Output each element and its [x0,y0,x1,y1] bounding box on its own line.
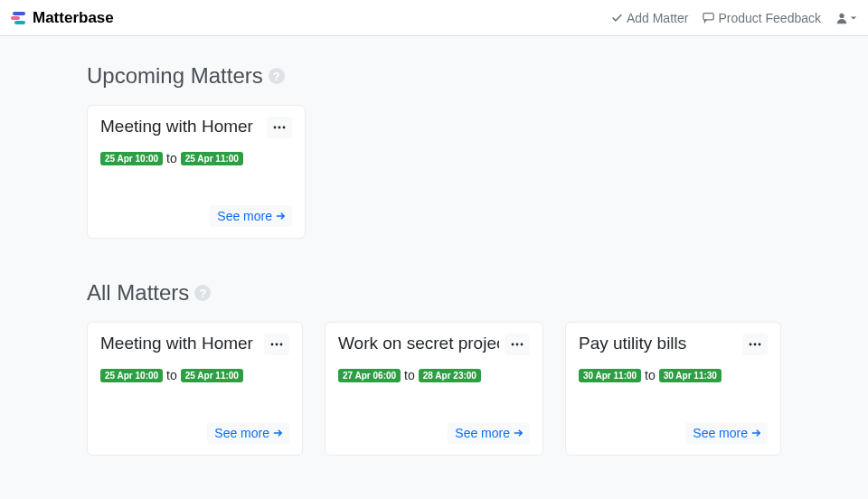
add-matter-label: Add Matter [627,11,688,25]
matter-title: Meeting with Homer [100,117,261,137]
brand[interactable]: Matterbase [11,9,114,27]
all-section-title: All Matters ? [87,280,781,306]
svg-point-6 [276,344,278,346]
product-feedback-link[interactable]: Product Feedback [703,11,821,25]
svg-rect-0 [703,14,713,20]
see-more-label: See more [455,426,510,440]
start-badge: 25 Apr 10:00 [100,369,163,382]
svg-point-5 [271,344,274,346]
start-badge: 25 Apr 10:00 [100,152,163,165]
add-matter-link[interactable]: Add Matter [611,11,688,25]
all-cards: Meeting with Homer 25 Apr 10:00 to 25 Ap… [87,322,781,456]
main-container: Upcoming Matters ? Meeting with Homer 25… [0,36,868,456]
matter-card: Meeting with Homer 25 Apr 10:00 to 25 Ap… [87,322,303,456]
chevron-down-icon [850,14,857,22]
product-feedback-label: Product Feedback [718,11,821,25]
start-badge: 27 Apr 06:00 [338,369,401,382]
matter-title: Meeting with Homer [100,334,259,353]
see-more-button[interactable]: See more [685,422,768,444]
svg-point-11 [750,344,752,346]
help-icon[interactable]: ? [269,68,285,84]
matter-dates: 30 Apr 11:00 to 30 Apr 11:30 [579,368,768,382]
see-more-label: See more [214,426,269,440]
ellipsis-icon [511,343,524,346]
svg-point-3 [278,127,281,129]
navbar: Matterbase Add Matter Product Feedback [0,0,868,36]
matter-title: Pay utility bills [579,334,737,353]
arrow-right-icon [514,428,523,438]
to-label: to [166,151,177,165]
matter-dates: 25 Apr 10:00 to 25 Apr 11:00 [100,151,292,165]
chat-icon [703,12,714,24]
svg-point-2 [274,127,277,129]
see-more-button[interactable]: See more [448,422,530,444]
svg-point-10 [521,344,524,346]
svg-point-12 [754,344,757,346]
matter-dates: 25 Apr 10:00 to 25 Apr 11:00 [100,368,289,382]
check-icon [611,12,623,24]
end-badge: 25 Apr 11:00 [181,152,243,165]
card-menu-button[interactable] [267,117,292,138]
arrow-right-icon [276,212,285,221]
svg-point-1 [839,13,844,17]
svg-point-9 [516,344,519,346]
matter-card: Work on secret project 27 Apr 06:00 to 2… [325,322,543,456]
svg-point-7 [280,344,283,346]
user-menu[interactable] [835,12,857,24]
matter-dates: 27 Apr 06:00 to 28 Apr 23:00 [338,368,530,382]
user-icon [835,12,848,24]
see-more-label: See more [693,426,748,440]
card-menu-button[interactable] [505,334,530,355]
card-menu-button[interactable] [264,334,289,355]
see-more-label: See more [217,209,272,223]
ellipsis-icon [270,343,283,346]
end-badge: 30 Apr 11:30 [659,369,722,382]
upcoming-section-title: Upcoming Matters ? [87,63,781,89]
card-menu-button[interactable] [742,334,768,355]
see-more-button[interactable]: See more [210,205,292,227]
arrow-right-icon [751,428,760,438]
to-label: to [645,368,656,382]
end-badge: 25 Apr 11:00 [181,369,243,382]
matter-title: Work on secret project [338,334,499,353]
nav-right: Add Matter Product Feedback [611,11,857,25]
ellipsis-icon [749,343,761,346]
to-label: to [404,368,415,382]
logo-icon [11,10,27,26]
svg-point-13 [759,344,761,346]
start-badge: 30 Apr 11:00 [579,369,641,382]
svg-point-4 [283,127,286,129]
ellipsis-icon [273,126,286,129]
see-more-button[interactable]: See more [207,422,289,444]
all-title-text: All Matters [87,280,189,306]
end-badge: 28 Apr 23:00 [419,369,481,382]
upcoming-cards: Meeting with Homer 25 Apr 10:00 to 25 Ap… [87,105,781,239]
help-icon[interactable]: ? [194,285,211,301]
brand-name: Matterbase [33,9,114,27]
matter-card: Pay utility bills 30 Apr 11:00 to 30 Apr… [565,322,781,456]
svg-point-8 [512,344,514,346]
arrow-right-icon [273,428,282,438]
matter-card: Meeting with Homer 25 Apr 10:00 to 25 Ap… [87,105,306,239]
upcoming-title-text: Upcoming Matters [87,63,263,89]
to-label: to [166,368,177,382]
